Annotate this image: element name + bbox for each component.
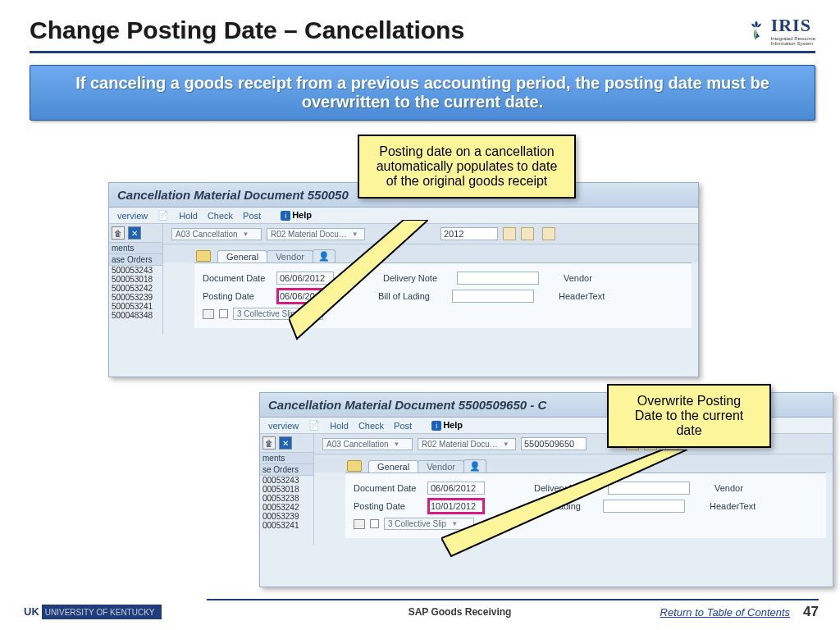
page-title: Change Posting Date – Cancellations [30, 16, 464, 44]
svg-marker-0 [289, 220, 428, 339]
title-underline [30, 51, 815, 53]
sap1-form: Document Date 06/06/2012 Delivery Note V… [194, 262, 692, 328]
tab-general[interactable]: General [217, 250, 267, 262]
callout-arrow-icon [289, 220, 428, 351]
hold-button[interactable]: Hold [179, 211, 198, 221]
close-icon[interactable]: ✕ [128, 226, 141, 240]
print-icon[interactable] [354, 519, 365, 529]
cancellation-type-dropdown[interactable]: A03 Cancellation▼ [322, 438, 413, 450]
sidebar-header-1: ments [109, 243, 162, 254]
help-button[interactable]: Help [292, 210, 312, 220]
list-item[interactable]: 00053241 [260, 521, 313, 530]
logo-subtitle-2: Information System [771, 41, 815, 46]
sap1-sidebar: 🗑 ✕ ments ase Orders 500053243 500053018… [109, 224, 163, 335]
headertext-label: HeaderText [559, 291, 616, 301]
list-item[interactable]: 00053239 [260, 512, 313, 521]
footer-divider [207, 599, 819, 600]
bill-of-lading-field[interactable] [452, 290, 534, 303]
toolbar-icon[interactable] [521, 227, 534, 240]
vendor-label: Vendor [714, 483, 772, 493]
new-doc-icon[interactable]: 📄 [158, 210, 169, 221]
new-doc-icon[interactable]: 📄 [308, 420, 320, 431]
headertext-label: HeaderText [710, 501, 767, 511]
list-item[interactable]: 00053242 [260, 503, 313, 512]
post-button[interactable]: Post [394, 421, 412, 431]
iris-logo: IRIS Integrated Resource Information Sys… [745, 15, 815, 46]
vendor-label: Vendor [564, 273, 621, 283]
list-item[interactable]: 00053018 [260, 485, 313, 494]
uk-text: UNIVERSITY OF KENTUCKY [45, 608, 155, 617]
check-button[interactable]: Check [208, 211, 233, 221]
folder-icon[interactable] [347, 460, 362, 472]
instruction-banner: If canceling a goods receipt from a prev… [30, 65, 815, 121]
overview-button[interactable]: verview [268, 421, 299, 431]
list-item[interactable]: 500053018 [109, 275, 162, 284]
check-button[interactable]: Check [358, 421, 384, 431]
toc-link[interactable]: Return to Table of Contents [660, 606, 791, 619]
posting-date-label: Posting Date [203, 291, 276, 301]
list-item[interactable]: 500053239 [109, 293, 162, 302]
page-number: 47 [803, 604, 819, 620]
document-date-label: Document Date [354, 483, 427, 493]
uk-badge: UK [21, 605, 42, 619]
uk-logo: UK UNIVERSITY OF KENTUCKY [21, 605, 162, 619]
list-item[interactable]: 500048348 [109, 311, 162, 320]
posting-date-label: Posting Date [354, 501, 427, 511]
sidebar-header-2: se Orders [260, 464, 313, 476]
year-field[interactable]: 2012 [441, 227, 498, 240]
toolbar-icon[interactable] [542, 227, 555, 240]
toolbar-icon[interactable] [503, 227, 516, 240]
document-date-label: Document Date [203, 273, 276, 283]
info-icon: i [431, 421, 441, 431]
sap2-order-list: 00053243 00053018 00053238 00053242 0005… [260, 476, 313, 530]
folder-icon[interactable] [196, 250, 211, 262]
slip-checkbox[interactable] [370, 519, 379, 528]
print-icon[interactable] [203, 309, 214, 319]
delivery-note-field[interactable] [457, 272, 539, 285]
list-item[interactable]: 500053243 [109, 266, 162, 275]
tab-general[interactable]: General [368, 460, 418, 472]
close-icon[interactable]: ✕ [279, 436, 292, 450]
hold-button[interactable]: Hold [330, 421, 349, 431]
logo-text: IRIS [771, 15, 815, 36]
post-button[interactable]: Post [243, 211, 261, 221]
list-item[interactable]: 00053243 [260, 476, 313, 485]
doc-number-field[interactable]: 5500509650 [521, 437, 587, 450]
material-doc-dropdown[interactable]: R02 Material Docu…▼ [418, 438, 516, 450]
sidebar-header-2: ase Orders [109, 254, 162, 266]
sidebar-header-1: ments [260, 453, 313, 464]
sap2-sidebar: 🗑 ✕ ments se Orders 00053243 00053018 00… [260, 434, 314, 545]
footer-title: SAP Goods Receiving [162, 606, 660, 618]
callout-overwrite-date: Overwrite Posting Date to the current da… [607, 384, 771, 448]
callout-posting-date-auto: Posting date on a cancellation automatic… [358, 135, 576, 199]
list-item[interactable]: 00053238 [260, 494, 313, 503]
list-item[interactable]: 500053241 [109, 302, 162, 311]
callout-arrow-icon [441, 450, 687, 564]
trash-icon[interactable]: 🗑 [262, 436, 276, 450]
overview-button[interactable]: verview [117, 211, 148, 221]
list-item[interactable]: 500053242 [109, 284, 162, 293]
help-button[interactable]: Help [443, 420, 463, 430]
sap1-order-list: 500053243 500053018 500053242 500053239 … [109, 266, 162, 320]
cancellation-type-dropdown[interactable]: A03 Cancellation▼ [171, 228, 262, 240]
slip-checkbox[interactable] [219, 309, 228, 318]
trash-icon[interactable]: 🗑 [112, 226, 125, 240]
svg-marker-1 [441, 450, 687, 556]
iris-flower-icon [745, 19, 768, 42]
